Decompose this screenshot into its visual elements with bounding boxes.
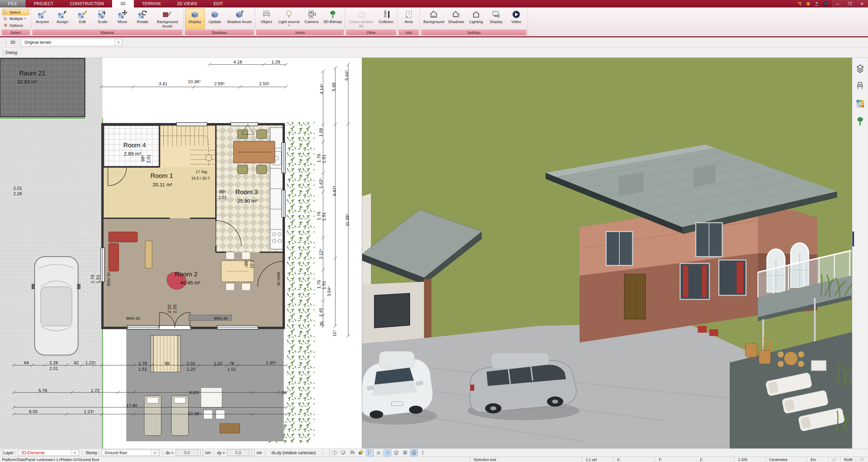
north-icon: N xyxy=(411,450,417,456)
status-message: Platform/Slab/Panel <unknown> L=Platten … xyxy=(0,457,470,462)
dx-input[interactable] xyxy=(176,449,198,456)
tv-bench[interactable] xyxy=(189,315,231,320)
snap-tool-hatch-button[interactable] xyxy=(375,449,383,456)
tab-edit[interactable]: EDIT xyxy=(205,0,231,7)
ribbon-button-3d-bitmap[interactable]: 3D-Bitmap xyxy=(322,8,343,29)
tab-3d[interactable]: 3D xyxy=(112,0,134,7)
tab-project[interactable]: PROJECT xyxy=(26,0,62,7)
ribbon-button-background-brush[interactable]: Background brush xyxy=(153,8,182,29)
snap-tool-north-button[interactable]: N xyxy=(410,449,418,456)
ribbon-button-display[interactable]: Display xyxy=(185,8,205,29)
tools-icon[interactable] xyxy=(797,1,802,6)
ribbon-button-rotate[interactable]: Rotate xyxy=(133,8,153,29)
ribbon-button-area[interactable]: ?Area xyxy=(399,8,419,29)
sideboard[interactable] xyxy=(145,241,152,268)
room4-floor[interactable] xyxy=(104,126,159,166)
tab-2d-views[interactable]: 2D VIEWS xyxy=(169,0,206,7)
snap-tool-grid-button[interactable] xyxy=(401,449,409,456)
coordinate-mode-select[interactable]: dx,dy (relative cartesian) ▾ xyxy=(268,449,327,456)
ribbon-button-select[interactable]: Select xyxy=(2,9,29,15)
area-question-icon: ? xyxy=(404,10,413,19)
window-controls: —❐✕ xyxy=(831,0,868,7)
snap-tool-diamond-button[interactable] xyxy=(384,449,391,456)
storey-select[interactable]: Ground floor ▾ xyxy=(102,449,159,456)
help-icon[interactable]: ? xyxy=(822,1,828,6)
dy-label: dy = xyxy=(217,450,225,455)
tab-terrain[interactable]: TERRAIN xyxy=(134,0,169,7)
floor-plan-canvas[interactable] xyxy=(0,58,362,448)
tab-construction[interactable]: CONSTRUCTION xyxy=(62,0,112,7)
bottom-toolbar: Layer : 2D-Elemente ▾ Storey : Ground fl… xyxy=(0,448,868,457)
snap-tool-copy-layers-button[interactable] xyxy=(357,449,365,456)
rail-layers-stack-button[interactable] xyxy=(855,63,865,73)
ribbon-button-acquire[interactable]: Acquire xyxy=(33,8,52,29)
ribbon-button-update[interactable]: Update xyxy=(205,8,225,29)
ribbon-button-lighting[interactable]: Lighting xyxy=(466,8,486,29)
rail-plants-button[interactable] xyxy=(855,116,865,126)
ribbon-button-shadows[interactable]: Shadows xyxy=(446,8,466,29)
layers-stack-icon xyxy=(855,63,865,73)
chevron-down-icon[interactable]: ▾ xyxy=(71,450,79,456)
ribbon-button-background[interactable]: Background xyxy=(422,8,446,29)
snap-tool-monitor-star-button[interactable] xyxy=(339,449,347,456)
view-toolbar: 3D Original terrain ▾ xyxy=(0,37,868,48)
ribbon-button-camera[interactable]: Camera xyxy=(302,8,321,29)
rail-furniture-button[interactable] xyxy=(855,81,865,91)
ribbon-button-multiple[interactable]: Multiple▾ xyxy=(2,16,29,22)
ribbon-button-shadow-brush[interactable]: Shadow brush xyxy=(225,8,254,29)
ribbon-button-move[interactable]: Move xyxy=(113,8,132,29)
plus-icon xyxy=(3,23,8,28)
ribbon-button-collision[interactable]: Collision xyxy=(376,8,396,29)
snap-tool-layers-button[interactable] xyxy=(392,449,400,456)
ribbon-button-assign[interactable]: Assign xyxy=(53,8,72,29)
ribbon-button-options[interactable]: Options xyxy=(2,22,29,29)
minimize-button[interactable]: — xyxy=(831,0,844,7)
ribbon-button-object[interactable]: Object xyxy=(256,8,276,29)
splitter-thumb[interactable] xyxy=(852,232,854,246)
snap-tools: N xyxy=(331,449,427,456)
cube-brush-icon xyxy=(235,10,244,19)
ribbon-button-label: Collision xyxy=(378,20,393,24)
dropdown-arrow-icon[interactable]: ▾ xyxy=(24,17,26,20)
storey-select-value: Ground floor xyxy=(102,450,130,455)
dx-spinner[interactable]: ▲▼ xyxy=(198,449,203,456)
close-button[interactable]: ✕ xyxy=(856,0,868,7)
terrain-select[interactable]: Original terrain ▾ xyxy=(21,39,123,46)
ribbon-button-light-source[interactable]: Light source▾ xyxy=(277,8,301,29)
snap-tool-more-dots-button[interactable] xyxy=(419,449,427,456)
ribbon-button-label: Lighting xyxy=(469,20,483,24)
car-top-view[interactable] xyxy=(32,257,81,355)
package-icon[interactable] xyxy=(805,1,811,6)
chevron-down-icon[interactable]: ▾ xyxy=(114,39,122,46)
ribbon-button-edit[interactable]: Edit xyxy=(73,8,92,29)
plants-icon xyxy=(855,116,865,126)
snap-tool-clock-button[interactable] xyxy=(331,449,338,456)
chevron-down-icon[interactable]: ▾ xyxy=(319,450,327,456)
ribbon-button-display[interactable]: Display xyxy=(486,8,506,29)
dropdown-arrow-icon[interactable]: ▾ xyxy=(288,24,290,27)
ribbon-button-video[interactable]: Video xyxy=(507,8,526,29)
ribbon-button-scale[interactable]: Scale xyxy=(93,8,112,29)
restore-button[interactable]: ❐ xyxy=(844,0,856,7)
ribbon-group-settings: BackgroundShadowsLightingDisplayVideoSet… xyxy=(420,8,528,36)
room1-floor[interactable] xyxy=(104,167,216,218)
layer-select[interactable]: 2D-Elemente ▾ xyxy=(18,449,79,456)
view-3d[interactable] xyxy=(362,58,852,448)
tab-file[interactable]: FILE xyxy=(0,0,26,7)
chevron-down-icon[interactable]: ▾ xyxy=(151,450,159,456)
status-z: Z: xyxy=(696,457,734,462)
snap-tool-video-camera-button[interactable] xyxy=(348,449,356,456)
neighbour-building[interactable] xyxy=(362,193,371,299)
snap-tool-flag-button[interactable] xyxy=(366,449,374,456)
rail-materials-button[interactable] xyxy=(855,98,865,109)
titlebar-spacer xyxy=(231,0,794,7)
vegetation-strip[interactable] xyxy=(287,122,315,443)
printer-icon[interactable] xyxy=(814,1,819,6)
render-3d-canvas[interactable] xyxy=(362,58,852,448)
terrace-raum21[interactable] xyxy=(0,58,85,117)
ribbon-button-label: Acquire xyxy=(36,20,49,24)
status-tool: Selection tool xyxy=(470,457,582,462)
dy-spinner[interactable]: ▲▼ xyxy=(249,449,254,456)
dy-input[interactable] xyxy=(227,449,249,456)
plan-2d-view[interactable]: Raum 2132.83 m²Room 42.89 m²Room 120.11 … xyxy=(0,58,362,448)
